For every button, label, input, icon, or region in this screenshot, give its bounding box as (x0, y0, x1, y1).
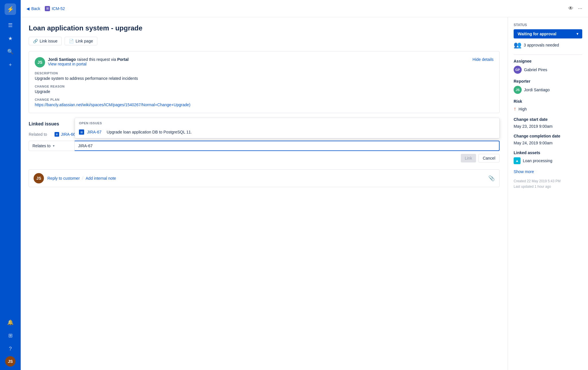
relation-select-value: Relates to (32, 144, 51, 148)
back-arrow-icon: ◀ (26, 6, 30, 11)
view-portal-link[interactable]: View request in portal (48, 62, 470, 66)
main-content: Loan application system - upgrade 🔗 Link… (21, 17, 508, 370)
change-start-label: Change start date (514, 117, 582, 122)
change-completion-section: Change completion date May 24, 2019 9:00… (514, 134, 582, 145)
sidebar-starred-icon[interactable]: ★ (5, 33, 16, 44)
reporter-section: Reporter JS Jordi Santiago (514, 79, 582, 94)
add-internal-note-link[interactable]: Add internal note (86, 176, 116, 181)
sidebar-grid-icon[interactable]: ⊞ (5, 330, 16, 341)
sidebar-notifications-icon[interactable]: 🔔 (5, 317, 16, 328)
link-page-button[interactable]: 📄 Link page (65, 37, 97, 45)
assignee-avatar: GP (514, 66, 522, 74)
dropdown-item[interactable]: JIRA-67 Upgrade loan application DB to P… (75, 127, 499, 137)
change-plan-label: CHANGE PLAN (35, 98, 494, 101)
reply-avatar: JS (34, 173, 44, 183)
reply-area: JS Reply to customer / Add internal note… (29, 169, 500, 187)
requester-line: JS Jordi Santiago raised this request vi… (35, 57, 494, 67)
sidebar-user-avatar[interactable]: JS (5, 356, 16, 367)
cancel-button[interactable]: Cancel (478, 154, 500, 162)
status-section-label: Status (514, 23, 582, 27)
assignee-row: GP Gabriel Pires (514, 66, 582, 74)
link-form-actions: Link Cancel (29, 154, 500, 162)
change-completion-value: May 24, 2019 9:00am (514, 141, 582, 145)
description-value: Upgrade system to address performance re… (35, 76, 494, 81)
link-form-row: Relates to ▾ (29, 141, 500, 151)
approvals-text: 3 approvals needed (524, 43, 559, 47)
created-text: Created 22 May 2019 5:43 PM (514, 179, 582, 184)
change-start-section: Change start date May 23, 2019 9:00am (514, 117, 582, 129)
asset-icon: ▲ (514, 157, 521, 164)
requester-text: Jordi Santiago raised this request via P… (48, 57, 470, 62)
page-title: Loan application system - upgrade (29, 24, 500, 32)
page-icon: 📄 (69, 39, 74, 43)
app-logo[interactable]: ⚡ (5, 3, 16, 15)
link-submit-button[interactable]: Link (461, 154, 476, 162)
details-card: JS Jordi Santiago raised this request vi… (29, 51, 500, 113)
content-area: Loan application system - upgrade 🔗 Link… (21, 17, 588, 370)
link-icon: 🔗 (33, 39, 38, 43)
asset-name: Loan processing (523, 158, 552, 163)
description-label: DESCRIPTION (35, 71, 494, 75)
change-reason-value: Upgrade (35, 89, 494, 94)
link-form: OPEN ISSUES JIRA-67 Upgrade loan applica… (29, 141, 500, 162)
status-value: Waiting for approval (518, 32, 556, 36)
updated-text: Last updated 1 hour ago (514, 184, 582, 189)
reporter-row: JS Jordi Santiago (514, 86, 582, 94)
sidebar-help-icon[interactable]: ? (5, 343, 16, 354)
issue-chip-icon (45, 6, 50, 11)
hide-details-button[interactable]: Hide details (473, 57, 494, 62)
show-more-link[interactable]: Show more (514, 169, 582, 174)
main-area: ◀ Back ICM-52 👁 ··· Loan application sys… (21, 0, 588, 370)
change-plan-section: CHANGE PLAN https://bancly.atlassian.net… (35, 98, 494, 107)
risk-row: ↑ High (514, 106, 582, 112)
change-plan-link[interactable]: https://bancly.atlassian.net/wiki/spaces… (35, 102, 494, 107)
risk-value: High (519, 107, 527, 111)
watch-button[interactable]: 👁 (568, 5, 573, 11)
link-issue-button[interactable]: 🔗 Link issue (29, 37, 62, 45)
requester-name: Jordi Santiago (48, 57, 76, 62)
assignee-name: Gabriel Pires (524, 67, 547, 72)
sidebar-create-icon[interactable]: + (5, 59, 16, 71)
issue-search-input[interactable] (75, 141, 500, 151)
status-section: Status Waiting for approval ▾ 👥 3 approv… (514, 23, 582, 49)
risk-high-icon: ↑ (514, 106, 516, 112)
risk-label: Risk (514, 99, 582, 104)
panel-footer: Created 22 May 2019 5:43 PM Last updated… (514, 179, 582, 189)
assignee-label: Assignee (514, 59, 582, 63)
open-issues-dropdown: OPEN ISSUES JIRA-67 Upgrade loan applica… (75, 118, 500, 138)
change-reason-section: CHANGE REASON Upgrade (35, 85, 494, 94)
portal-text: Portal (117, 57, 129, 62)
sidebar-menu-icon[interactable]: ☰ (5, 20, 16, 31)
relation-label: Related to (29, 132, 52, 137)
sidebar: ⚡ ☰ ★ 🔍 + 🔔 ⊞ ? JS (0, 0, 21, 370)
linked-issues-section: Linked issues + Related to JIRA-66 Test … (29, 120, 500, 162)
back-button[interactable]: ◀ Back (26, 6, 40, 11)
action-buttons: 🔗 Link issue 📄 Link page (29, 37, 500, 45)
status-dropdown-arrow: ▾ (577, 32, 578, 36)
sidebar-search-icon[interactable]: 🔍 (5, 46, 16, 57)
requester-info: Jordi Santiago raised this request via P… (48, 57, 470, 66)
linked-assets-section: Linked assets ▲ Loan processing (514, 150, 582, 164)
reply-links: Reply to customer / Add internal note (47, 176, 485, 181)
issue-chip[interactable]: ICM-52 (45, 6, 65, 11)
top-nav: ◀ Back ICM-52 👁 ··· (21, 0, 588, 17)
chevron-down-icon: ▾ (53, 144, 55, 148)
issue-tag-icon (55, 132, 59, 137)
status-badge[interactable]: Waiting for approval ▾ (514, 29, 582, 38)
linked-issues-title: Linked issues (29, 121, 59, 127)
approvals-icon: 👥 (514, 41, 521, 49)
dropdown-item-id: JIRA-67 (87, 130, 102, 134)
relation-select[interactable]: Relates to ▾ (29, 141, 75, 151)
reply-to-customer-link[interactable]: Reply to customer (47, 176, 80, 181)
assignee-section: Assignee GP Gabriel Pires (514, 59, 582, 74)
linked-assets-label: Linked assets (514, 150, 582, 155)
attach-icon[interactable]: 📎 (488, 175, 495, 181)
risk-section: Risk ↑ High (514, 99, 582, 112)
more-options-button[interactable]: ··· (578, 5, 582, 11)
reporter-name: Jordi Santiago (524, 88, 550, 92)
dropdown-item-icon (79, 129, 84, 135)
change-reason-label: CHANGE REASON (35, 85, 494, 88)
issue-id-label: ICM-52 (52, 6, 65, 11)
change-start-value: May 23, 2019 9:00am (514, 124, 582, 129)
linked-issue-id[interactable]: JIRA-66 (61, 132, 76, 137)
